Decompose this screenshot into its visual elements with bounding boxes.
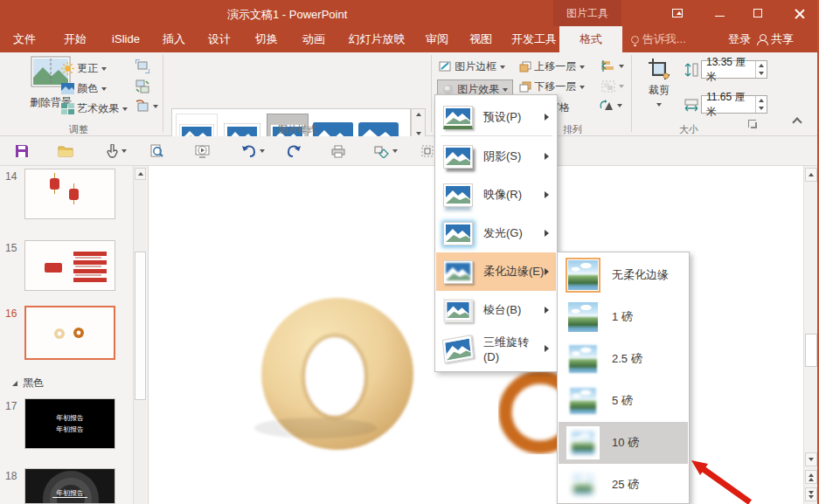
gallery-scroll-up-icon[interactable] xyxy=(416,113,421,116)
minimize-button[interactable] xyxy=(704,0,734,26)
no-soft-edge-thumb xyxy=(566,259,600,292)
corrections-button[interactable]: 更正 xyxy=(61,61,107,76)
shape-width-field[interactable]: 11.65 厘米 xyxy=(701,95,767,114)
start-slideshow-button[interactable] xyxy=(192,142,212,161)
section-header-black[interactable]: 黑色 xyxy=(12,376,44,390)
menu-item-3d-rotation[interactable]: 三维旋转(D) xyxy=(436,329,556,368)
slideshow-icon xyxy=(195,145,210,158)
menu-item-soft-edges[interactable]: 柔化边缘(E) xyxy=(436,252,556,291)
soft-edge-2-5pt-thumb xyxy=(566,342,600,376)
slide-14-thumbnail[interactable] xyxy=(24,169,115,219)
touch-mode-icon xyxy=(107,144,118,158)
touch-mode-button[interactable] xyxy=(101,142,131,161)
print-preview-button[interactable] xyxy=(147,142,166,161)
shape-height-field[interactable]: 13.35 厘米 xyxy=(701,60,767,79)
slide-16-thumbnail[interactable] xyxy=(24,306,115,360)
slide-18-preview xyxy=(25,469,115,504)
dropdown-caret-icon xyxy=(580,66,585,69)
print-preview-icon xyxy=(149,144,163,158)
section-label: 黑色 xyxy=(23,376,44,389)
quick-print-button[interactable] xyxy=(329,142,348,161)
rotate-button[interactable] xyxy=(600,99,622,112)
tell-me-box[interactable]: 告诉我... xyxy=(631,26,706,52)
tab-design[interactable]: 设计 xyxy=(199,26,239,52)
bring-forward-button[interactable]: 上移一层 xyxy=(519,59,585,74)
compress-picture-button[interactable] xyxy=(135,59,149,76)
canvas-scrollbar-thumb[interactable] xyxy=(805,334,817,367)
tab-format[interactable]: 格式 xyxy=(559,26,622,52)
soft-edge-option-25pt[interactable]: 25 磅 xyxy=(559,464,688,504)
redo-button[interactable] xyxy=(284,142,303,161)
soft-edge-option-5pt[interactable]: 5 磅 xyxy=(559,380,688,422)
previous-slide-button[interactable] xyxy=(805,470,817,484)
soft-edge-option-label: 5 磅 xyxy=(612,393,633,409)
soft-edge-option-label: 25 磅 xyxy=(612,477,639,493)
color-button[interactable]: 颜色 xyxy=(61,81,107,96)
change-picture-button[interactable] xyxy=(135,79,149,96)
tab-slideshow[interactable]: 幻灯片放映 xyxy=(341,26,413,52)
menu-item-shadow[interactable]: 阴影(S) xyxy=(436,137,556,176)
next-slide-button[interactable] xyxy=(805,487,817,501)
height-increment-icon[interactable] xyxy=(759,64,764,67)
menu-item-label: 棱台(B) xyxy=(483,302,545,318)
group-button[interactable] xyxy=(601,79,624,93)
tab-home[interactable]: 开始 xyxy=(54,26,96,52)
menu-item-glow[interactable]: 发光(G) xyxy=(436,214,556,252)
window-title: 演示文稿1 - PowerPoint xyxy=(227,7,347,23)
undo-button[interactable] xyxy=(238,142,267,161)
scroll-up-button[interactable] xyxy=(805,168,817,182)
maximize-button[interactable] xyxy=(743,0,773,26)
crop-button[interactable]: 裁剪 xyxy=(640,58,678,110)
width-decrement-icon[interactable] xyxy=(759,107,764,110)
panel-scrollbar[interactable] xyxy=(133,166,146,504)
gallery-scroll-down-icon[interactable] xyxy=(416,132,421,135)
collapse-ribbon-icon[interactable] xyxy=(792,117,802,127)
tab-islide[interactable]: iSlide xyxy=(103,26,149,52)
rotate-icon xyxy=(600,100,614,112)
shadow-icon xyxy=(443,145,473,169)
quick-access-toolbar xyxy=(0,136,819,166)
ribbon-display-options-button[interactable] xyxy=(663,0,692,26)
soft-edge-option-2-5pt[interactable]: 2.5 磅 xyxy=(559,338,688,380)
tab-view[interactable]: 视图 xyxy=(461,26,501,52)
slide-15-preview xyxy=(25,241,115,291)
slide-18-thumbnail[interactable]: 年初报告 xyxy=(24,468,115,504)
send-backward-button[interactable]: 下移一层 xyxy=(519,79,585,94)
menu-item-preset[interactable]: 预设(P) xyxy=(436,98,556,136)
tab-transitions[interactable]: 切换 xyxy=(246,26,287,52)
canvas-scrollbar[interactable] xyxy=(803,166,817,504)
reset-picture-button[interactable] xyxy=(135,100,158,114)
soft-edge-option-none[interactable]: 无柔化边缘 xyxy=(559,254,688,296)
soft-edges-icon xyxy=(443,260,473,284)
soft-edge-option-1pt[interactable]: 1 磅 xyxy=(559,296,688,338)
soft-edge-option-10pt[interactable]: 10 磅 xyxy=(559,422,688,464)
tab-developer[interactable]: 开发工具 xyxy=(507,26,561,52)
align-button[interactable] xyxy=(601,59,624,72)
panel-scrollbar-thumb[interactable] xyxy=(135,252,146,400)
sign-in-button[interactable]: 登录 xyxy=(724,26,755,52)
picture-border-button[interactable]: 图片边框 xyxy=(439,59,505,74)
save-button[interactable] xyxy=(12,142,31,161)
close-button[interactable] xyxy=(785,0,815,26)
send-backward-icon xyxy=(519,81,531,93)
bring-forward-label: 上移一层 xyxy=(534,60,576,72)
tab-review[interactable]: 审阅 xyxy=(417,26,457,52)
scroll-down-button[interactable] xyxy=(805,452,817,466)
size-dialog-launcher-icon[interactable] xyxy=(748,120,756,128)
submenu-arrow-icon xyxy=(545,114,549,121)
height-decrement-icon[interactable] xyxy=(759,72,764,75)
shapes-button[interactable] xyxy=(371,142,400,161)
slide-17-thumbnail[interactable]: 年初报告 年初报告 xyxy=(24,398,115,449)
soft-edge-option-label: 无柔化边缘 xyxy=(612,267,669,283)
tab-file[interactable]: 文件 xyxy=(5,26,44,52)
share-button[interactable]: 共享 xyxy=(757,26,813,52)
artistic-effects-button[interactable]: 艺术效果 xyxy=(61,101,128,116)
menu-item-reflection[interactable]: 映像(R) xyxy=(436,176,556,214)
slide-15-thumbnail[interactable] xyxy=(24,240,115,291)
tab-insert[interactable]: 插入 xyxy=(154,26,194,52)
panel-scroll-up-button[interactable] xyxy=(135,168,146,180)
width-increment-icon[interactable] xyxy=(759,99,764,102)
open-button[interactable] xyxy=(56,142,75,161)
menu-item-bevel[interactable]: 棱台(B) xyxy=(436,291,556,329)
tab-animations[interactable]: 动画 xyxy=(294,26,334,52)
